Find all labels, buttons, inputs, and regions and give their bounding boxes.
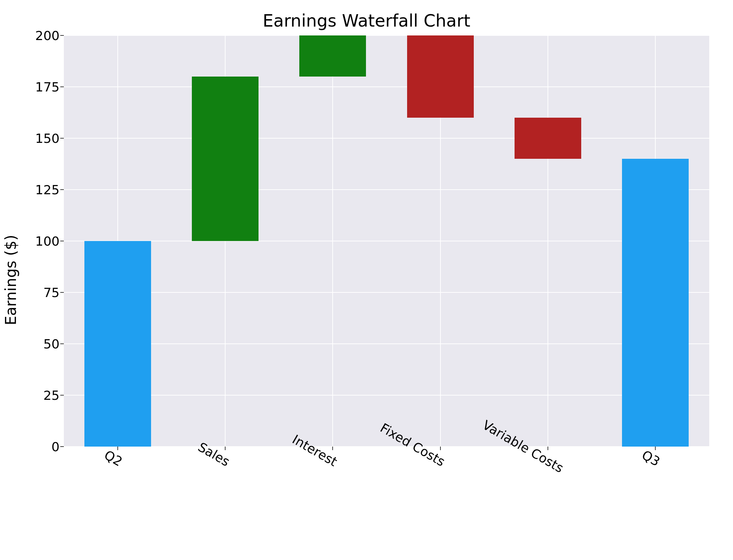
y-tick-label: 25 xyxy=(17,388,60,403)
bar-sales xyxy=(192,77,259,241)
waterfall-chart: Earnings Waterfall Chart Earnings ($) 02… xyxy=(0,0,733,560)
y-tick-mark xyxy=(60,343,64,344)
x-tick-mark xyxy=(332,447,333,450)
gridline xyxy=(64,395,709,396)
y-tick-label: 150 xyxy=(17,131,60,146)
x-tick-label: Interest xyxy=(265,418,340,469)
vgridline xyxy=(548,35,548,447)
x-tick-mark xyxy=(548,447,548,450)
bar-fixed-costs xyxy=(407,35,474,118)
plot-area: 0255075100125150175200Q2SalesInterestFix… xyxy=(64,35,709,447)
gridline xyxy=(64,343,709,344)
bar-q3 xyxy=(622,159,689,447)
bar-q2 xyxy=(84,241,151,447)
x-tick-mark xyxy=(117,447,118,450)
y-tick-label: 0 xyxy=(17,439,60,454)
y-tick-mark xyxy=(60,446,64,447)
x-tick-label: Fixed Costs xyxy=(373,418,448,469)
y-tick-mark xyxy=(60,86,64,87)
gridline xyxy=(64,292,709,293)
y-tick-mark xyxy=(60,241,64,241)
gridline xyxy=(64,446,709,447)
x-tick-mark xyxy=(655,447,656,450)
y-tick-label: 50 xyxy=(17,337,60,351)
x-tick-mark xyxy=(225,447,226,450)
y-tick-mark xyxy=(60,189,64,190)
y-tick-label: 100 xyxy=(17,234,60,248)
y-tick-mark xyxy=(60,35,64,36)
gridline xyxy=(64,35,709,36)
y-axis-label: Earnings ($) xyxy=(2,235,20,325)
x-tick-mark xyxy=(440,447,441,450)
x-tick-label: Variable Costs xyxy=(480,418,555,469)
gridline xyxy=(64,189,709,190)
y-tick-mark xyxy=(60,395,64,396)
y-tick-label: 200 xyxy=(17,28,60,43)
chart-title: Earnings Waterfall Chart xyxy=(0,11,733,30)
gridline xyxy=(64,138,709,139)
vgridline xyxy=(332,35,333,447)
x-tick-label: Sales xyxy=(157,418,232,469)
gridline xyxy=(64,241,709,241)
y-tick-label: 175 xyxy=(17,80,60,94)
y-tick-label: 75 xyxy=(17,285,60,300)
y-tick-mark xyxy=(60,292,64,293)
gridline xyxy=(64,86,709,87)
y-tick-mark xyxy=(60,138,64,139)
bar-variable-costs xyxy=(515,118,581,159)
y-tick-label: 125 xyxy=(17,183,60,197)
bar-interest xyxy=(299,35,366,77)
